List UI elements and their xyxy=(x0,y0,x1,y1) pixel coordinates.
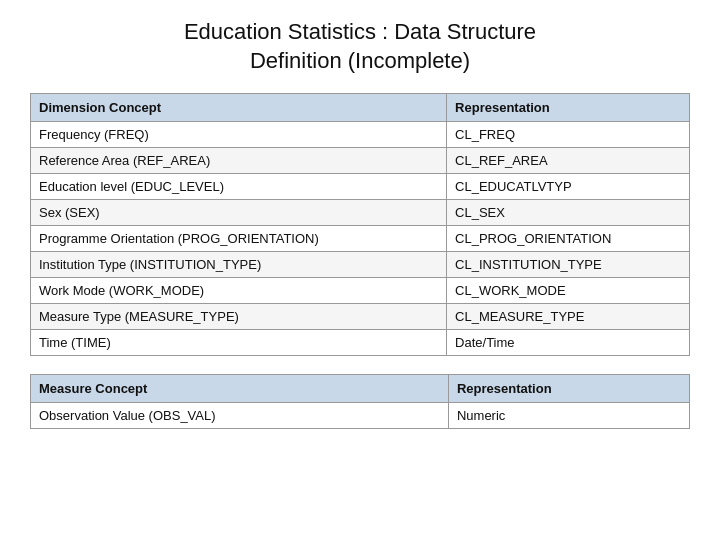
representation-cell: CL_FREQ xyxy=(447,122,690,148)
representation-cell: CL_REF_AREA xyxy=(447,148,690,174)
dimension-concept-cell: Sex (SEX) xyxy=(31,200,447,226)
dimension-concept-cell: Education level (EDUC_LEVEL) xyxy=(31,174,447,200)
measure-representation-cell: Numeric xyxy=(448,403,689,429)
measure-concept-cell: Observation Value (OBS_VAL) xyxy=(31,403,449,429)
representation-col-header: Representation xyxy=(447,94,690,122)
representation-cell: Date/Time xyxy=(447,330,690,356)
dimension-col-header: Dimension Concept xyxy=(31,94,447,122)
representation-cell: CL_PROG_ORIENTATION xyxy=(447,226,690,252)
table-row: Programme Orientation (PROG_ORIENTATION)… xyxy=(31,226,690,252)
representation-cell: CL_WORK_MODE xyxy=(447,278,690,304)
table-row: Time (TIME)Date/Time xyxy=(31,330,690,356)
representation-cell: CL_INSTITUTION_TYPE xyxy=(447,252,690,278)
page-title: Education Statistics : Data Structure De… xyxy=(184,18,536,75)
measure-representation-col-header: Representation xyxy=(448,375,689,403)
dimension-concept-cell: Reference Area (REF_AREA) xyxy=(31,148,447,174)
dimension-concept-cell: Measure Type (MEASURE_TYPE) xyxy=(31,304,447,330)
representation-cell: CL_EDUCATLVTYP xyxy=(447,174,690,200)
table-row: Frequency (FREQ)CL_FREQ xyxy=(31,122,690,148)
table-row: Reference Area (REF_AREA)CL_REF_AREA xyxy=(31,148,690,174)
representation-cell: CL_SEX xyxy=(447,200,690,226)
dimension-concept-cell: Time (TIME) xyxy=(31,330,447,356)
table-row: Observation Value (OBS_VAL)Numeric xyxy=(31,403,690,429)
dimension-concept-cell: Frequency (FREQ) xyxy=(31,122,447,148)
table-row: Work Mode (WORK_MODE)CL_WORK_MODE xyxy=(31,278,690,304)
dimension-concept-cell: Work Mode (WORK_MODE) xyxy=(31,278,447,304)
representation-cell: CL_MEASURE_TYPE xyxy=(447,304,690,330)
measure-col-header: Measure Concept xyxy=(31,375,449,403)
dimension-concept-cell: Programme Orientation (PROG_ORIENTATION) xyxy=(31,226,447,252)
table-row: Institution Type (INSTITUTION_TYPE)CL_IN… xyxy=(31,252,690,278)
dimension-table: Dimension Concept Representation Frequen… xyxy=(30,93,690,356)
table-row: Measure Type (MEASURE_TYPE)CL_MEASURE_TY… xyxy=(31,304,690,330)
table-row: Education level (EDUC_LEVEL)CL_EDUCATLVT… xyxy=(31,174,690,200)
dimension-concept-cell: Institution Type (INSTITUTION_TYPE) xyxy=(31,252,447,278)
table-row: Sex (SEX)CL_SEX xyxy=(31,200,690,226)
measure-table: Measure Concept Representation Observati… xyxy=(30,374,690,429)
